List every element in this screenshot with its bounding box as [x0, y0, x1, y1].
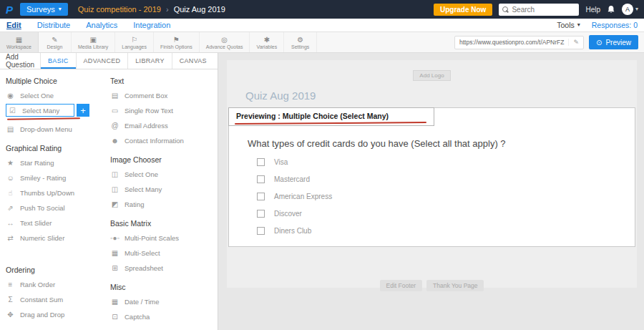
nav-tab-analytics[interactable]: Analytics — [86, 21, 117, 29]
numeric-slider-icon: ⇄ — [6, 234, 15, 242]
design-icon: ✎ — [52, 36, 57, 44]
question-text: What types of credit cards do you have (… — [248, 138, 620, 149]
question-type-graphical-rating-star-rating[interactable]: ★Star Rating — [6, 155, 103, 170]
panel-section-text: Text▤Comment Box▭Single Row Text@Email A… — [110, 77, 212, 148]
panel-tab-canvas[interactable]: CANVAS — [172, 53, 214, 69]
responses-count[interactable]: Responses: 0 — [592, 21, 638, 29]
section-header: Misc — [110, 283, 212, 291]
thank-you-page-button[interactable]: Thank You Page — [426, 280, 484, 291]
nav-tab-distribute[interactable]: Distribute — [37, 21, 70, 29]
account-menu[interactable]: A ▾ — [622, 4, 638, 15]
notifications-bell-icon[interactable] — [607, 5, 615, 14]
preview-label: Preview — [605, 39, 631, 47]
question-type-ordering-drag-and-drop[interactable]: ✥Drag and Drop — [6, 307, 103, 322]
checkbox-icon[interactable] — [257, 210, 265, 218]
advance-quotas-icon: ◎ — [221, 36, 228, 44]
variables-icon: ✱ — [264, 36, 270, 44]
question-type-misc-date-time[interactable]: ▦Date / Time — [110, 294, 212, 309]
checkbox-icon[interactable] — [257, 175, 265, 183]
question-type-graphical-rating-text-slider[interactable]: ↔Text Slider — [6, 215, 103, 230]
question-type-text-comment-box[interactable]: ▤Comment Box — [110, 88, 212, 103]
question-type-multiple-choice-select-many[interactable]: ☑Select Many+ — [6, 104, 74, 117]
panel-tab-library[interactable]: LIBRARY — [127, 53, 171, 69]
question-type-basic-matrix-multi-point-scales[interactable]: ◦●◦Multi-Point Scales — [110, 230, 212, 246]
question-type-label: Select Many — [125, 185, 162, 193]
toolbar-item-languages[interactable]: ⚐Languages — [115, 32, 154, 52]
question-type-basic-matrix-spreadsheet[interactable]: ⊞Spreadsheet — [110, 261, 212, 276]
add-question-plus-button[interactable]: + — [77, 104, 89, 117]
question-type-basic-matrix-multi-select[interactable]: ▦Multi-Select — [110, 246, 212, 261]
question-type-ordering-constant-sum[interactable]: ΣConstant Sum — [6, 292, 103, 307]
question-type-misc-captcha[interactable]: ⊡Captcha — [110, 309, 212, 324]
select-many-icon: ☑ — [8, 107, 17, 115]
checkbox-icon[interactable] — [257, 227, 265, 235]
toolbar-item-label: Languages — [122, 44, 147, 49]
question-type-label: Text Slider — [20, 219, 52, 227]
question-type-image-chooser-rating[interactable]: ◩Rating — [110, 197, 212, 212]
survey-url-box[interactable]: https://www.questionpro.com/t/APNrFZ ✎ — [454, 36, 584, 49]
toolbar-item-settings[interactable]: ⚙Settings — [284, 32, 317, 52]
email-address-icon: @ — [110, 122, 119, 130]
answer-option[interactable]: American Express — [257, 193, 620, 200]
question-type-image-chooser-select-one[interactable]: ◫Select One — [110, 167, 212, 182]
question-type-image-chooser-select-many[interactable]: ◫Select Many — [110, 182, 212, 197]
toolbar-item-design[interactable]: ✎Design — [39, 32, 72, 52]
panel-tab-basic[interactable]: BASIC — [40, 53, 76, 69]
answer-option[interactable]: Visa — [257, 158, 620, 166]
nav-tab-edit[interactable]: Edit — [6, 21, 21, 29]
surveys-menu-button[interactable]: Surveys ▾ — [20, 3, 68, 16]
content: Add Question BASICADVANCEDLIBRARYCANVAS … — [0, 53, 644, 330]
checkbox-icon[interactable] — [257, 158, 265, 166]
answer-option[interactable]: Discover — [257, 210, 620, 218]
toolbar-item-variables[interactable]: ✱Variables — [250, 32, 284, 52]
answer-option[interactable]: Mastercard — [257, 175, 620, 183]
question-type-multiple-choice-select-one[interactable]: ◉Select One — [6, 88, 103, 103]
finish-options-icon: ⚑ — [173, 36, 180, 44]
question-type-ordering-rank-order[interactable]: ≡Rank Order — [6, 277, 103, 292]
breadcrumb-parent[interactable]: Quiz competition - 2019 — [78, 5, 161, 14]
toolbar-item-label: Finish Options — [160, 44, 192, 49]
edit-footer-button[interactable]: Edit Footer — [380, 280, 423, 291]
top-bar: P Surveys ▾ Quiz competition - 2019 › Qu… — [0, 0, 644, 19]
question-type-label: Multi-Select — [125, 249, 160, 257]
previewing-prefix: Previewing : — [236, 112, 280, 120]
preview-button[interactable]: ⊙ Preview — [589, 35, 638, 49]
panel-tabs-wrap: BASICADVANCEDLIBRARYCANVAS — [40, 53, 214, 69]
question-type-text-contact-information[interactable]: ☻Contact Information — [110, 133, 212, 148]
search-icon — [502, 6, 509, 13]
question-type-text-email-address[interactable]: @Email Address — [110, 118, 212, 133]
answer-option[interactable]: Diners Club — [257, 227, 620, 235]
question-type-columns: Multiple Choice◉Select One☑Select Many+▤… — [0, 69, 218, 330]
question-type-label: Select One — [125, 170, 158, 178]
main-nav: EditDistributeAnalyticsIntegration Tools… — [0, 19, 644, 32]
search-box[interactable] — [499, 4, 579, 16]
survey-preview-main: Add Logo Quiz Aug 2019 Previewing : Mult… — [218, 53, 644, 330]
panel-tab-advanced[interactable]: ADVANCED — [76, 53, 128, 69]
checkbox-icon[interactable] — [257, 193, 265, 200]
survey-page: Add Logo Quiz Aug 2019 Previewing : Mult… — [227, 60, 637, 288]
help-link[interactable]: Help — [585, 6, 600, 14]
question-type-label: Rating — [125, 200, 144, 208]
survey-url[interactable]: https://www.questionpro.com/t/APNrFZ — [459, 39, 564, 46]
avatar[interactable]: A — [622, 4, 633, 15]
question-type-graphical-rating-numeric-slider[interactable]: ⇄Numeric Slider — [6, 230, 103, 246]
add-logo-button[interactable]: Add Logo — [413, 70, 450, 81]
toolbar-item-workspace[interactable]: ▦Workspace — [0, 32, 39, 52]
question-type-graphical-rating-push-to-social[interactable]: ⇗Push To Social — [6, 200, 103, 215]
annotation-underline — [7, 117, 80, 120]
tools-menu[interactable]: Tools ▾ — [557, 21, 580, 29]
question-type-graphical-rating-smiley-rating[interactable]: ☺Smiley - Rating — [6, 170, 103, 185]
previewing-tab: Previewing : Multiple Choice (Select Man… — [228, 107, 434, 126]
question-type-label: Smiley - Rating — [20, 174, 66, 182]
toolbar-item-advance-quotas[interactable]: ◎Advance Quotas — [200, 32, 250, 52]
search-input[interactable] — [512, 6, 575, 14]
upgrade-now-button[interactable]: Upgrade Now — [434, 4, 492, 16]
toolbar-item-finish-options[interactable]: ⚑Finish Options — [154, 32, 200, 52]
edit-url-pencil-icon[interactable]: ✎ — [568, 39, 579, 46]
nav-tab-integration[interactable]: Integration — [133, 21, 170, 29]
toolbar-item-media-library[interactable]: ▣Media Library — [72, 32, 115, 52]
question-type-multiple-choice-drop-down-menu[interactable]: ▤Drop-down Menu — [6, 122, 103, 137]
question-type-graphical-rating-thumbs-up-down[interactable]: ☝Thumbs Up/Down — [6, 185, 103, 200]
questionpro-logo: P — [6, 4, 13, 16]
question-type-text-single-row-text[interactable]: ▭Single Row Text — [110, 103, 212, 118]
